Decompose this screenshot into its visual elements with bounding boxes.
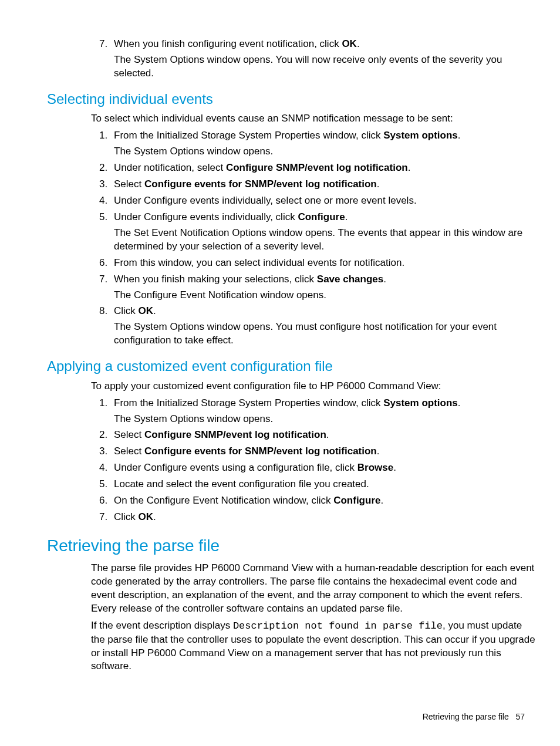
- step-bold: OK: [139, 511, 154, 522]
- top-steps-list: When you finish configuring event notifi…: [91, 38, 537, 80]
- list-item: Under Configure events individually, cli…: [110, 211, 537, 254]
- section1-intro: To select which individual events cause …: [91, 112, 537, 126]
- step-post: .: [380, 495, 383, 506]
- step-bold: Save changes: [317, 274, 383, 285]
- step-bold: System options: [383, 130, 458, 141]
- footer-label: Retrieving the parse file: [423, 712, 509, 721]
- list-item: Click OK.: [110, 511, 537, 524]
- step-text: On the Configure Event Notification wind…: [114, 495, 333, 506]
- step-bold: Configure: [333, 495, 380, 506]
- step-post: .: [345, 211, 348, 222]
- step-text: Under Configure events using a configura…: [114, 462, 357, 473]
- step-post: .: [377, 178, 380, 190]
- section1-steps: From the Initialized Storage System Prop…: [91, 129, 537, 347]
- list-item: From the Initialized Storage System Prop…: [110, 129, 537, 158]
- step-sub: The System Options window opens.: [114, 145, 537, 158]
- step-bold: Configure events for SNMP/event log noti…: [144, 445, 377, 457]
- step-post: .: [458, 130, 461, 141]
- list-item: Select Configure events for SNMP/event l…: [110, 445, 537, 458]
- step-post: .: [377, 445, 380, 457]
- step-bold: Configure: [298, 211, 345, 222]
- step-text: Locate and select the event configuratio…: [114, 478, 369, 490]
- list-item: Select Configure events for SNMP/event l…: [110, 178, 537, 191]
- step-post: .: [383, 274, 386, 285]
- step-text: Under Configure events individually, sel…: [114, 195, 417, 206]
- list-item: From the Initialized Storage System Prop…: [110, 397, 537, 426]
- list-item: On the Configure Event Notification wind…: [110, 494, 537, 508]
- list-item: When you finish making your selections, …: [110, 273, 537, 302]
- step-text: From this window, you can select individ…: [114, 257, 404, 268]
- step-sub: The System Options window opens. You wil…: [114, 53, 537, 80]
- para2-pre: If the event description displays: [91, 620, 233, 631]
- step-post: .: [153, 511, 156, 522]
- step-text: Under notification, select: [114, 162, 226, 173]
- step-post: .: [458, 397, 461, 409]
- page-number: 57: [515, 712, 525, 721]
- step-bold: Browse: [357, 462, 393, 473]
- step-bold: Configure events for SNMP/event log noti…: [144, 178, 377, 190]
- list-item: Select Configure SNMP/event log notifica…: [110, 428, 537, 442]
- section3-para1: The parse file provides HP P6000 Command…: [91, 562, 537, 616]
- section2-intro: To apply your customized event configura…: [91, 380, 537, 393]
- list-item: When you finish configuring event notifi…: [110, 38, 537, 80]
- step-bold: System options: [383, 397, 458, 409]
- step-post: .: [408, 162, 411, 173]
- section3-para2: If the event description displays Descri…: [91, 619, 537, 674]
- step-sub: The Set Event Notification Options windo…: [114, 227, 537, 254]
- step-sub: The System Options window opens.: [114, 413, 537, 426]
- step-text: Under Configure events individually, cli…: [114, 211, 298, 222]
- step-bold: Configure SNMP/event log notification: [144, 429, 326, 440]
- step-text: When you finish making your selections, …: [114, 274, 317, 285]
- para2-mono: Description not found in parse file: [233, 620, 443, 632]
- step-text: Click: [114, 511, 139, 522]
- list-item: Locate and select the event configuratio…: [110, 478, 537, 491]
- page-footer: Retrieving the parse file 57: [423, 711, 525, 723]
- step-sub: The System Options window opens. You mus…: [114, 320, 537, 347]
- step-post: .: [393, 462, 396, 473]
- step-bold: OK: [342, 38, 357, 49]
- list-item: Click OK.The System Options window opens…: [110, 305, 537, 347]
- heading-applying-customized-config: Applying a customized event configuratio…: [47, 357, 537, 376]
- list-item: Under notification, select Configure SNM…: [110, 161, 537, 175]
- section2-steps: From the Initialized Storage System Prop…: [91, 397, 537, 525]
- heading-retrieving-parse-file: Retrieving the parse file: [47, 535, 537, 557]
- step-text: Select: [114, 429, 144, 440]
- step-post: .: [326, 429, 329, 440]
- list-item: Under Configure events using a configura…: [110, 461, 537, 475]
- step-text: When you finish configuring event notifi…: [114, 38, 342, 49]
- step-sub: The Configure Event Notification window …: [114, 289, 537, 302]
- step-text: From the Initialized Storage System Prop…: [114, 397, 383, 409]
- list-item: Under Configure events individually, sel…: [110, 194, 537, 208]
- heading-selecting-individual-events: Selecting individual events: [47, 90, 537, 109]
- step-post: .: [357, 38, 360, 49]
- step-text: Select: [114, 445, 144, 457]
- list-item: From this window, you can select individ…: [110, 256, 537, 270]
- step-text: Select: [114, 178, 144, 190]
- step-bold: Configure SNMP/event log notification: [226, 162, 408, 173]
- step-text: Click: [114, 305, 139, 316]
- step-text: From the Initialized Storage System Prop…: [114, 130, 383, 141]
- step-post: .: [153, 305, 156, 316]
- step-bold: OK: [139, 305, 154, 316]
